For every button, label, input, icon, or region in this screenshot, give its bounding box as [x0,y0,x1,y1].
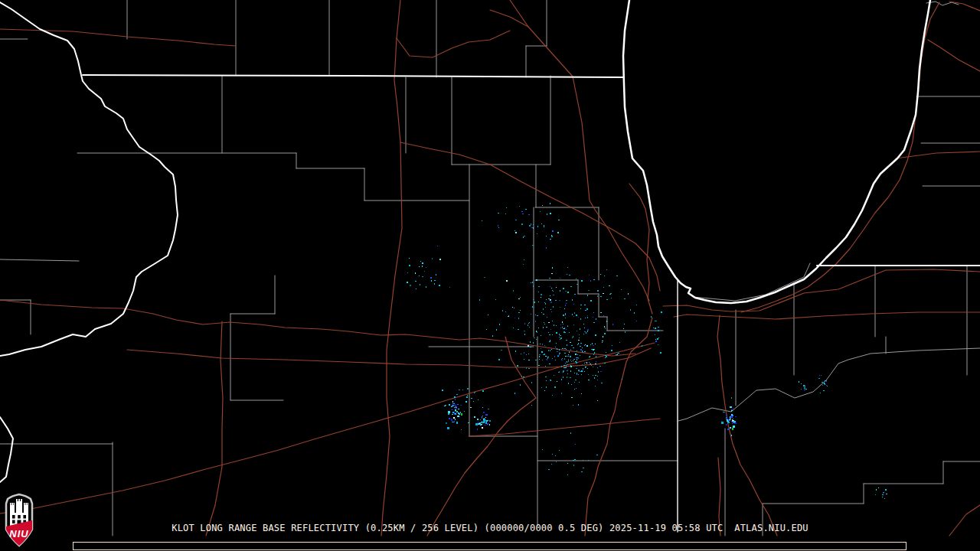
colorbar-tick-labels [0,533,980,542]
reflectivity-echoes [407,203,887,499]
radar-map [0,0,980,551]
niu-logo: NIU [1,493,38,548]
radar-viewer: KLOT LONG RANGE BASE REFLECTIVITY (0.25K… [0,0,980,551]
reflectivity-colorbar [73,542,906,550]
state-borders [0,0,980,532]
niu-logo-text: NIU [9,528,28,540]
